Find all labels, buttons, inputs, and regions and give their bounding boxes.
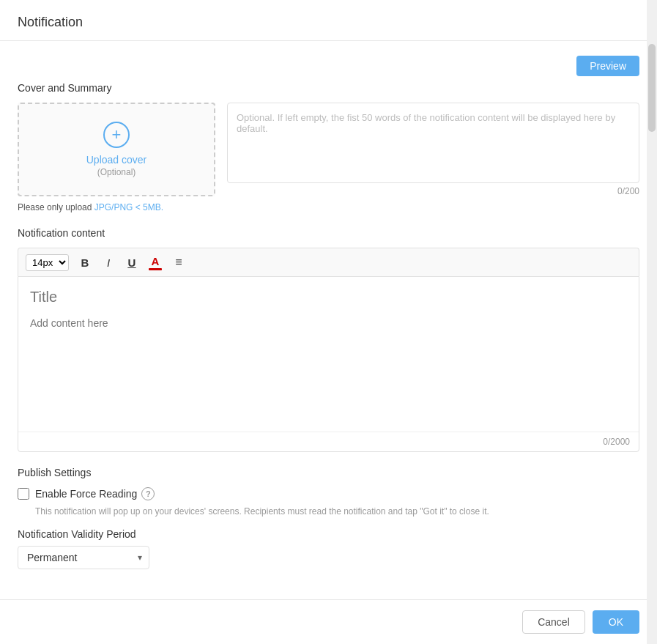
upload-plus-icon: + bbox=[103, 122, 130, 148]
force-reading-row: Enable Force Reading ? bbox=[18, 487, 639, 500]
upload-optional-label: (Optional) bbox=[97, 167, 136, 177]
color-underline-bar bbox=[149, 268, 162, 270]
notification-content-section: Notification content 14px 12px 16px 18px… bbox=[18, 227, 639, 452]
underline-button[interactable]: U bbox=[122, 253, 142, 272]
italic-button[interactable]: I bbox=[98, 253, 119, 272]
editor-area: 0/2000 bbox=[18, 276, 639, 452]
validity-label: Notification Validity Period bbox=[18, 528, 639, 540]
summary-textarea[interactable] bbox=[227, 103, 639, 183]
editor-content-input[interactable] bbox=[18, 311, 639, 432]
scrollbar[interactable] bbox=[647, 0, 657, 644]
modal-title: Notification bbox=[18, 15, 83, 29]
cover-summary-section: Cover and Summary + Upload cover (Option… bbox=[18, 82, 639, 212]
cover-upload-box[interactable]: + Upload cover (Optional) bbox=[18, 103, 215, 196]
editor-char-count: 0/2000 bbox=[18, 432, 639, 451]
font-color-button[interactable]: A bbox=[145, 253, 166, 272]
cover-summary-row: + Upload cover (Optional) 0/200 bbox=[18, 103, 639, 196]
modal-footer: Cancel OK bbox=[0, 599, 657, 644]
preview-row: Preview bbox=[18, 56, 639, 76]
preview-button[interactable]: Preview bbox=[576, 56, 639, 76]
cover-summary-title: Cover and Summary bbox=[18, 82, 639, 94]
ok-button[interactable]: OK bbox=[593, 610, 639, 634]
force-reading-help-icon[interactable]: ? bbox=[141, 487, 155, 500]
modal: Notification Preview Cover and Summary +… bbox=[0, 0, 657, 644]
summary-char-count: 0/200 bbox=[227, 186, 639, 196]
upload-cover-label: Upload cover bbox=[86, 154, 147, 166]
summary-wrapper: 0/200 bbox=[227, 103, 639, 196]
modal-body: Preview Cover and Summary + Upload cover… bbox=[0, 41, 657, 599]
upload-hint-link[interactable]: JPG/PNG < 5MB. bbox=[94, 202, 163, 212]
bold-button[interactable]: B bbox=[75, 253, 95, 272]
force-reading-checkbox[interactable] bbox=[18, 488, 29, 500]
font-size-select[interactable]: 14px 12px 16px 18px 24px bbox=[26, 254, 69, 271]
validity-select[interactable]: Permanent 1 Day 3 Days 7 Days 30 Days bbox=[18, 546, 149, 569]
force-reading-description: This notification will pop up on your de… bbox=[35, 505, 639, 518]
scrollbar-thumb[interactable] bbox=[648, 44, 656, 132]
upload-hint: Please only upload JPG/PNG < 5MB. bbox=[18, 202, 639, 212]
editor-toolbar: 14px 12px 16px 18px 24px B I U A ≡ bbox=[18, 248, 639, 276]
align-button[interactable]: ≡ bbox=[168, 253, 189, 272]
editor-title-input[interactable] bbox=[18, 277, 639, 311]
notification-content-title: Notification content bbox=[18, 227, 639, 239]
cancel-button[interactable]: Cancel bbox=[522, 610, 585, 634]
modal-header: Notification bbox=[0, 0, 657, 41]
validity-select-wrapper: Permanent 1 Day 3 Days 7 Days 30 Days ▾ bbox=[18, 546, 149, 569]
publish-settings-title: Publish Settings bbox=[18, 467, 639, 478]
force-reading-label: Enable Force Reading ? bbox=[35, 487, 155, 500]
publish-settings-section: Publish Settings Enable Force Reading ? … bbox=[18, 467, 639, 569]
upload-hint-prefix: Please only upload bbox=[18, 202, 94, 212]
